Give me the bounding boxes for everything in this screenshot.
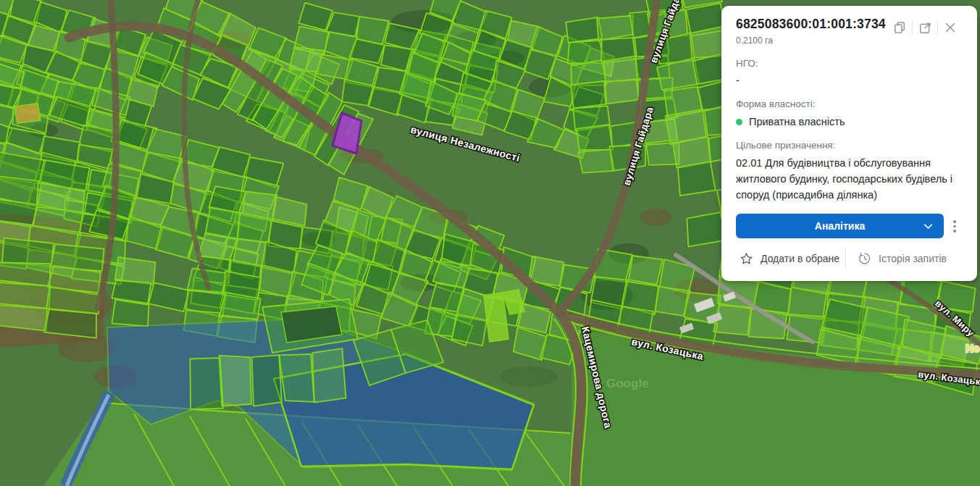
- analytics-button-label: Аналітика: [815, 220, 865, 232]
- parcel[interactable]: [605, 80, 639, 104]
- analytics-button[interactable]: Аналітика: [736, 214, 944, 238]
- panel-title-block: 6825083600:01:001:3734 0.2100 га: [736, 17, 886, 46]
- parcel[interactable]: [0, 282, 50, 309]
- parcel[interactable]: [577, 125, 613, 150]
- chevron-down-icon: [922, 220, 934, 232]
- parcel[interactable]: [190, 358, 223, 409]
- add-favorite-button[interactable]: Додати в обране: [737, 248, 841, 269]
- history-label: Історія запитів: [879, 253, 947, 264]
- parcel-area: 0.2100 га: [736, 35, 886, 46]
- close-icon: [943, 20, 958, 35]
- imagery-watermark: Google: [606, 377, 649, 390]
- parcel[interactable]: [629, 256, 663, 285]
- ownership-value: Приватна власність: [749, 116, 845, 127]
- parcel-info-panel: 6825083600:01:001:3734 0.2100 га: [721, 6, 977, 281]
- parcel[interactable]: [571, 81, 606, 108]
- ownership-row: Приватна власність: [736, 116, 963, 127]
- parcel[interactable]: [0, 305, 47, 331]
- open-in-new-button[interactable]: [913, 18, 937, 37]
- ngo-value: -: [736, 75, 963, 86]
- parcel[interactable]: [112, 300, 148, 327]
- close-button[interactable]: [938, 18, 963, 37]
- divider: [845, 248, 846, 269]
- history-button[interactable]: Історія запитів: [856, 248, 948, 269]
- actions-row: Аналітика: [736, 214, 963, 238]
- parcel[interactable]: [678, 162, 716, 196]
- parcel[interactable]: [312, 348, 345, 402]
- parcel-id: 6825083600:01:001:3734: [736, 17, 886, 32]
- copy-button[interactable]: [887, 18, 912, 37]
- history-icon: [858, 251, 872, 266]
- parcel[interactable]: [2, 238, 54, 267]
- terrain-patch: [640, 209, 671, 226]
- open-in-new-icon: [918, 21, 932, 35]
- parcel[interactable]: [579, 149, 615, 173]
- star-icon: [739, 251, 754, 267]
- place-label: Ne: [966, 342, 979, 354]
- kebab-menu-button[interactable]: [950, 217, 959, 236]
- parcel[interactable]: [219, 356, 252, 406]
- purpose-value: 02.01 Для будівництва і обслуговування ж…: [736, 156, 963, 203]
- terrain-patch: [500, 366, 558, 387]
- kebab-menu-icon: [953, 220, 956, 223]
- parcel[interactable]: [279, 354, 314, 402]
- ngo-label: НГО:: [736, 58, 963, 69]
- panel-footer: Додати в обране Історія запитів: [736, 248, 963, 269]
- ownership-status-dot: [736, 119, 742, 125]
- parcel[interactable]: [604, 56, 639, 82]
- parcel[interactable]: [14, 104, 41, 123]
- favorite-label: Додати в обране: [761, 253, 839, 264]
- ownership-label: Форма власності:: [736, 99, 963, 109]
- panel-header-icons: [887, 18, 963, 37]
- purpose-label: Цільове призначення:: [736, 140, 963, 151]
- parcel[interactable]: [252, 355, 282, 406]
- panel-header: 6825083600:01:001:3734 0.2100 га: [736, 17, 963, 46]
- copy-icon: [892, 20, 907, 35]
- app-window: вулиця Незалежностівулиця Гайдаравулиця …: [0, 0, 980, 486]
